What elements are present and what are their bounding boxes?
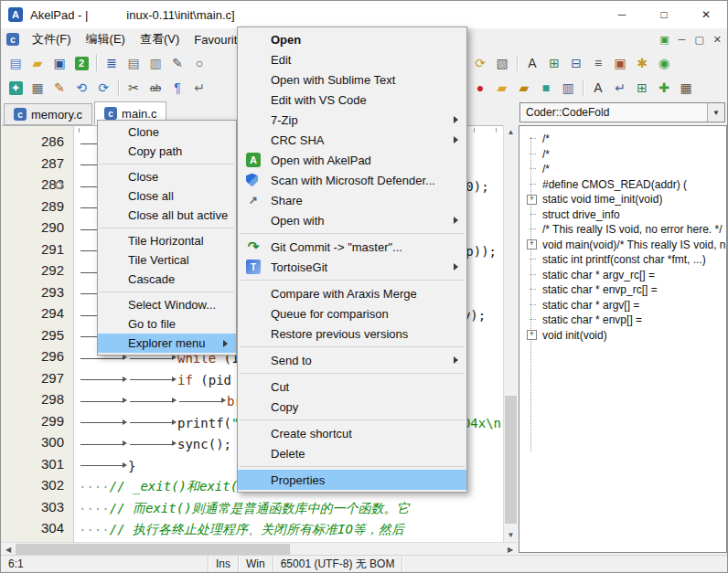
block-select-icon[interactable]: ■ <box>536 78 556 98</box>
search-icon[interactable]: ○ <box>189 53 209 73</box>
expand-plus-icon[interactable]: + <box>527 330 537 340</box>
expand-plus-icon[interactable]: + <box>527 239 537 249</box>
list-icon[interactable]: ≡ <box>588 53 608 73</box>
mdi-plugin-icon[interactable]: ▣ <box>659 34 669 46</box>
menuitem-restore-previous-versions[interactable]: Restore previous versions <box>238 324 466 344</box>
menu-view[interactable]: 查看(V) <box>133 29 187 49</box>
chevron-down-icon[interactable]: ▼ <box>707 103 724 122</box>
menuitem-tile-vertical[interactable]: Tile Vertical <box>98 250 236 270</box>
codefold-item[interactable]: +void main(void)/* This really IS void, … <box>525 238 726 253</box>
menuitem-open-with-akelpad[interactable]: AOpen with AkelPad <box>238 150 466 170</box>
add-plugin-icon[interactable]: ✚ <box>654 78 674 98</box>
menuitem-queue-for-comparison[interactable]: Queue for comparison <box>238 303 466 324</box>
menuitem-close-all-but-active[interactable]: Close all but active <box>98 206 236 225</box>
wrap-toggle-icon[interactable]: ↵ <box>610 78 630 98</box>
print-icon[interactable]: ▤ <box>123 53 144 73</box>
sync-icon[interactable]: ⟳ <box>93 78 113 98</box>
codefold-plugin-selector[interactable]: Coder::CodeFold ▼ <box>519 102 725 122</box>
refresh-document-icon[interactable]: ⟲ <box>71 78 91 98</box>
menuitem-compare-with-araxis-merge[interactable]: Compare with Araxis Merge <box>238 283 466 303</box>
menuitem-open[interactable]: Open <box>238 29 466 49</box>
menuitem-clone[interactable]: Clone <box>98 122 236 142</box>
vertical-scroll-thumb[interactable] <box>505 396 517 524</box>
editor-vertical-scrollbar[interactable]: ▲ ▼ <box>503 125 518 542</box>
menuitem-crc-sha[interactable]: CRC SHA <box>238 130 466 150</box>
help-icon[interactable]: ◉ <box>654 53 674 73</box>
scroll-down-icon[interactable]: ▼ <box>504 528 518 542</box>
mdi-restore-button[interactable]: ▢ <box>694 34 703 46</box>
edit-mode-icon[interactable]: ✎ <box>49 78 70 98</box>
menuitem-edit-with-vs-code[interactable]: Edit with VS Code <box>238 90 466 110</box>
reopen-codepage-icon[interactable]: 2 <box>71 53 91 73</box>
menuitem-go-to-file[interactable]: Go to file <box>98 314 236 334</box>
maximize-button[interactable]: □ <box>643 1 685 28</box>
menuitem-select-window[interactable]: Select Window... <box>98 295 236 314</box>
folder-bookmarks-icon[interactable]: ▰ <box>492 78 512 98</box>
save-file-icon[interactable]: ▣ <box>49 53 70 73</box>
codefold-item[interactable]: static char * argv[] = <box>525 298 726 313</box>
refresh-icon[interactable]: ⟳ <box>470 53 490 73</box>
codefold-item[interactable]: static char * envp[] = <box>525 313 726 328</box>
menuitem-explorer-menu[interactable]: Explorer menu <box>98 334 236 353</box>
paste-icon[interactable]: ▧ <box>492 53 512 73</box>
codefold-item[interactable]: /* <box>525 147 726 163</box>
menu-edit[interactable]: 编辑(E) <box>79 29 133 49</box>
save-all-icon[interactable]: ≣ <box>102 53 122 73</box>
merge-cells-icon[interactable]: ⊟ <box>566 53 586 73</box>
minimize-button[interactable]: ─ <box>601 1 643 28</box>
expand-plus-icon[interactable]: + <box>527 195 537 205</box>
show-paragraph-icon[interactable]: ¶ <box>167 78 187 98</box>
codefold-item[interactable]: static char * envp_rc[] = <box>525 282 726 298</box>
print-preview-icon[interactable]: ▥ <box>145 53 166 73</box>
insert-table-icon[interactable]: ⊞ <box>544 53 564 73</box>
codefold-item[interactable]: static char * argv_rc[] = <box>525 268 726 283</box>
font-icon[interactable]: A <box>522 53 542 73</box>
codefold-item[interactable]: static int printf(const char *fmt, ...) <box>525 252 726 268</box>
codefold-item[interactable]: /* <box>525 132 726 147</box>
scroll-up-icon[interactable]: ▲ <box>504 125 518 139</box>
menuitem-cut[interactable]: Cut <box>238 377 466 397</box>
record-macro-icon[interactable]: ● <box>470 78 490 98</box>
menuitem-share[interactable]: ↗Share <box>238 190 466 210</box>
codefold-item[interactable]: #define CMOS_READ(addr) ( <box>525 177 726 193</box>
font-size-icon[interactable]: A <box>588 78 608 98</box>
bookmark-marker[interactable] <box>55 181 63 189</box>
menuitem-open-with-sublime-text[interactable]: Open with Sublime Text <box>238 69 466 90</box>
menuitem-tile-horizontal[interactable]: Tile Horizontal <box>98 231 236 250</box>
mdi-close-button[interactable]: ✕ <box>713 34 722 46</box>
codefold-item[interactable]: /* This really IS void, no error here. *… <box>525 222 726 238</box>
columns-icon[interactable]: ▥ <box>558 78 578 98</box>
strikeout-icon[interactable]: ab <box>145 78 166 98</box>
settings-gear-icon[interactable]: ✱ <box>632 53 652 73</box>
word-wrap-icon[interactable]: ↵ <box>189 78 209 98</box>
file-properties-icon[interactable]: ✎ <box>167 53 187 73</box>
keymap-icon[interactable]: ▦ <box>676 78 696 98</box>
menuitem-git-commit-master[interactable]: ↷Git Commit -> "master"... <box>238 237 466 257</box>
close-button[interactable]: ✕ <box>685 1 727 28</box>
codefold-item[interactable]: +void init(void) <box>525 328 726 344</box>
menuitem-close[interactable]: Close <box>98 167 236 186</box>
menuitem-tortoisegit[interactable]: TTortoiseGit <box>238 257 466 277</box>
menuitem-7-zip[interactable]: 7-Zip <box>238 110 466 130</box>
new-file-icon[interactable]: ▤ <box>5 53 26 73</box>
insert-object-icon[interactable]: ▣ <box>610 53 630 73</box>
grid-icon[interactable]: ⊞ <box>632 78 652 98</box>
menuitem-delete[interactable]: Delete <box>238 443 466 463</box>
menuitem-copy[interactable]: Copy <box>238 397 466 417</box>
menuitem-cascade[interactable]: Cascade <box>98 270 236 289</box>
plugins-icon[interactable]: ✦ <box>5 78 26 98</box>
codefold-item[interactable]: struct drive_info <box>525 207 726 223</box>
folder-scripts-icon[interactable]: ▰ <box>514 78 534 98</box>
menuitem-properties[interactable]: Properties <box>238 470 466 490</box>
menuitem-create-shortcut[interactable]: Create shortcut <box>238 423 466 443</box>
cut-icon[interactable]: ✂ <box>123 78 144 98</box>
codefold-item[interactable]: /* <box>525 162 726 177</box>
menuitem-open-with[interactable]: Open with <box>238 210 466 230</box>
menu-file[interactable]: 文件(F) <box>25 29 79 49</box>
menuitem-scan-with-microsoft-defender[interactable]: Scan with Microsoft Defender... <box>238 170 466 190</box>
menuitem-edit[interactable]: Edit <box>238 49 466 69</box>
menuitem-copy-path[interactable]: Copy path <box>98 142 236 161</box>
open-file-icon[interactable]: ▰ <box>27 53 48 73</box>
menuitem-close-all[interactable]: Close all <box>98 186 236 206</box>
mdi-minimize-button[interactable]: ─ <box>679 34 686 45</box>
